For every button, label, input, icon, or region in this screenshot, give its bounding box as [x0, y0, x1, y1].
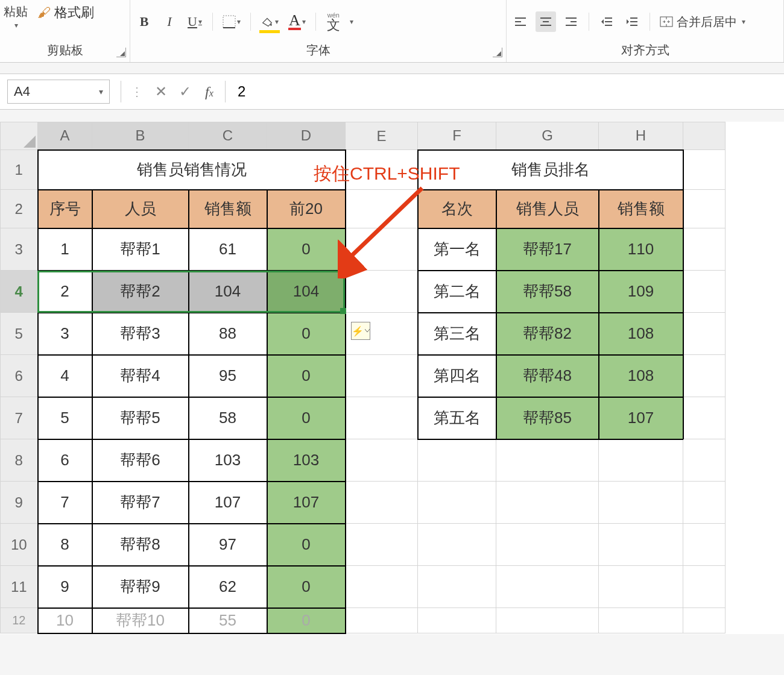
decrease-indent-button[interactable]: [596, 11, 617, 32]
cell[interactable]: 58: [189, 397, 267, 439]
cell[interactable]: [683, 524, 726, 566]
row-header[interactable]: 4: [1, 271, 38, 313]
cell[interactable]: 97: [189, 524, 267, 566]
font-color-button[interactable]: A▾: [286, 11, 308, 32]
align-center-button[interactable]: [536, 11, 556, 32]
row-header[interactable]: 10: [1, 524, 38, 566]
align-left-button[interactable]: [510, 11, 531, 32]
cell[interactable]: [683, 566, 726, 608]
cell[interactable]: 第四名: [418, 355, 496, 397]
formula-input[interactable]: [229, 80, 784, 104]
cell[interactable]: 帮帮4: [92, 355, 189, 397]
bold-button[interactable]: B: [134, 11, 154, 32]
name-box[interactable]: A4 ▾: [7, 80, 110, 104]
cell[interactable]: 62: [189, 566, 267, 608]
select-all-cell[interactable]: [1, 122, 38, 150]
cell[interactable]: 6: [38, 439, 92, 482]
row-header[interactable]: 3: [1, 228, 38, 271]
cell[interactable]: [496, 524, 599, 566]
cell[interactable]: 0: [267, 397, 346, 439]
cell[interactable]: [599, 608, 683, 633]
right-header[interactable]: 销售额: [599, 190, 683, 228]
cell[interactable]: [683, 482, 726, 524]
enter-button[interactable]: ✓: [173, 83, 197, 100]
cell[interactable]: [683, 608, 726, 633]
cell[interactable]: [346, 482, 418, 524]
cell[interactable]: [683, 397, 726, 439]
cell[interactable]: 103: [189, 439, 267, 482]
cell[interactable]: [683, 150, 726, 190]
cell[interactable]: 88: [189, 313, 267, 355]
underline-button[interactable]: U▾: [185, 11, 205, 32]
cell[interactable]: [599, 566, 683, 608]
cell[interactable]: 帮帮2: [92, 271, 189, 313]
cell[interactable]: [346, 190, 418, 228]
cell[interactable]: 第一名: [418, 228, 496, 271]
cell[interactable]: [346, 397, 418, 439]
clipboard-dialog-launcher[interactable]: [116, 48, 126, 57]
cell[interactable]: [346, 355, 418, 397]
cell[interactable]: [683, 271, 726, 313]
cell[interactable]: 7: [38, 482, 92, 524]
border-button[interactable]: ▾: [220, 11, 243, 32]
cell[interactable]: [599, 439, 683, 482]
row-header[interactable]: 5: [1, 313, 38, 355]
left-header[interactable]: 人员: [92, 190, 189, 228]
cell[interactable]: 帮帮17: [496, 228, 599, 271]
cell[interactable]: [418, 439, 496, 482]
col-header-E[interactable]: E: [346, 122, 418, 150]
cell[interactable]: 第二名: [418, 271, 496, 313]
col-header-B[interactable]: B: [92, 122, 189, 150]
cell[interactable]: [496, 482, 599, 524]
cell[interactable]: 0: [267, 608, 346, 633]
cell[interactable]: 0: [267, 228, 346, 271]
col-header-A[interactable]: A: [38, 122, 92, 150]
cell[interactable]: [683, 355, 726, 397]
cell[interactable]: [418, 482, 496, 524]
cell[interactable]: 第五名: [418, 397, 496, 439]
cell[interactable]: [346, 566, 418, 608]
cell[interactable]: 帮帮5: [92, 397, 189, 439]
cell[interactable]: 0: [267, 524, 346, 566]
left-header[interactable]: 序号: [38, 190, 92, 228]
cell[interactable]: [346, 608, 418, 633]
row-header[interactable]: 7: [1, 397, 38, 439]
cell[interactable]: 0: [267, 313, 346, 355]
font-dialog-launcher[interactable]: [493, 48, 502, 57]
cell[interactable]: 帮帮7: [92, 482, 189, 524]
cell[interactable]: 帮帮48: [496, 355, 599, 397]
cell[interactable]: 帮帮1: [92, 228, 189, 271]
cancel-button[interactable]: ✕: [149, 83, 173, 100]
cell[interactable]: [418, 524, 496, 566]
cell[interactable]: [683, 228, 726, 271]
col-header-C[interactable]: C: [189, 122, 267, 150]
merge-center-button[interactable]: 合并后居中 ▾: [657, 11, 748, 32]
increase-indent-button[interactable]: [622, 11, 642, 32]
cell[interactable]: 帮帮8: [92, 524, 189, 566]
row-header[interactable]: 8: [1, 439, 38, 482]
row-header[interactable]: 6: [1, 355, 38, 397]
cell[interactable]: [346, 439, 418, 482]
cell[interactable]: [418, 566, 496, 608]
cell[interactable]: 第三名: [418, 313, 496, 355]
cell[interactable]: 107: [599, 397, 683, 439]
cell[interactable]: [346, 271, 418, 313]
cell[interactable]: 3: [38, 313, 92, 355]
row-header[interactable]: 2: [1, 190, 38, 228]
cell[interactable]: 108: [599, 313, 683, 355]
cell[interactable]: 8: [38, 524, 92, 566]
spreadsheet[interactable]: A B C D E F G H 1 销售员销售情况 销售员排名 2 序号 人员 …: [0, 122, 784, 634]
fill-color-button[interactable]: ▾: [258, 11, 281, 32]
cell[interactable]: 帮帮6: [92, 439, 189, 482]
cell[interactable]: [346, 228, 418, 271]
right-header[interactable]: 名次: [418, 190, 496, 228]
cell[interactable]: [599, 482, 683, 524]
paste-button[interactable]: 粘贴: [4, 4, 28, 20]
cell[interactable]: 9: [38, 566, 92, 608]
cell[interactable]: [496, 608, 599, 633]
format-painter-button[interactable]: 🖌 格式刷: [37, 4, 94, 22]
cell[interactable]: 110: [599, 228, 683, 271]
paste-dropdown-icon[interactable]: ▾: [14, 21, 18, 30]
cell[interactable]: [683, 439, 726, 482]
col-header-G[interactable]: G: [496, 122, 599, 150]
